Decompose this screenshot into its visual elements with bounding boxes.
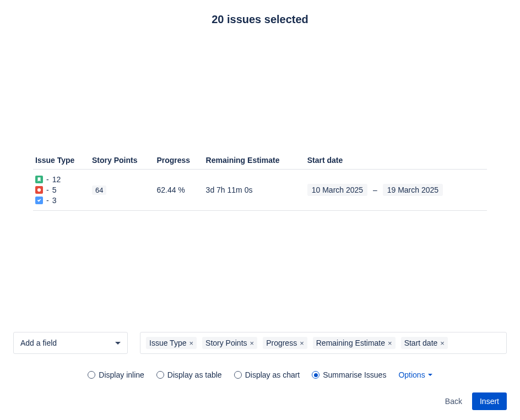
issue-type-sep: -: [46, 175, 49, 184]
chip-label: Progress: [266, 339, 297, 347]
back-button[interactable]: Back: [445, 397, 462, 406]
chip-remove-icon[interactable]: ×: [440, 340, 445, 347]
chip-remove-icon[interactable]: ×: [300, 340, 304, 347]
dialog-button-row: Back Insert: [13, 392, 507, 410]
display-mode-row: Display inline Display as table Display …: [13, 370, 507, 379]
summary-data-row: - 12 - 5: [33, 170, 487, 211]
summary-table-container: Issue Type Story Points Progress Remaini…: [33, 151, 487, 211]
issue-type-breakdown: - 12 - 5: [35, 175, 88, 205]
story-icon: [35, 176, 43, 183]
radio-icon: [88, 371, 95, 379]
radio-label: Summarise Issues: [323, 370, 386, 379]
start-date-to: 19 March 2025: [383, 184, 443, 196]
remaining-estimate-value: 3d 7h 11m 0s: [206, 186, 253, 194]
chip-issue-type: Issue Type ×: [146, 337, 197, 349]
radio-icon: [312, 371, 319, 379]
issue-type-count-story: 12: [52, 175, 61, 184]
radio-display-chart[interactable]: Display as chart: [234, 370, 300, 379]
chip-story-points: Story Points ×: [202, 337, 257, 349]
issue-type-sep: -: [46, 186, 49, 194]
issue-type-count-task: 3: [52, 196, 57, 205]
add-field-placeholder: Add a field: [20, 339, 57, 347]
col-header-start-date: Start date: [305, 151, 487, 170]
col-header-issue-type: Issue Type: [33, 151, 90, 170]
issue-type-sep: -: [46, 196, 49, 205]
task-icon: [35, 197, 43, 204]
summary-table: Issue Type Story Points Progress Remaini…: [33, 151, 487, 211]
chip-remove-icon[interactable]: ×: [388, 340, 392, 347]
page-title: 20 issues selected: [0, 13, 520, 26]
chip-remaining-estimate: Remaining Estimate ×: [313, 337, 396, 349]
issue-type-count-bug: 5: [52, 186, 57, 194]
progress-value: 62.44 %: [156, 186, 185, 194]
options-link[interactable]: Options: [398, 370, 432, 379]
chip-label: Story Points: [205, 339, 247, 347]
add-field-select[interactable]: Add a field: [13, 332, 128, 354]
summary-header-row: Issue Type Story Points Progress Remaini…: [33, 151, 487, 170]
issue-type-row-bug: - 5: [35, 186, 88, 194]
radio-label: Display inline: [99, 370, 144, 379]
col-header-progress: Progress: [154, 151, 203, 170]
start-date-from: 10 March 2025: [307, 184, 367, 196]
chip-remove-icon[interactable]: ×: [189, 340, 193, 347]
bug-icon: [35, 186, 43, 194]
issue-type-row-story: - 12: [35, 175, 88, 184]
svg-point-0: [37, 188, 41, 192]
insert-button[interactable]: Insert: [472, 392, 507, 410]
chip-progress: Progress ×: [263, 337, 307, 349]
col-header-story-points: Story Points: [90, 151, 154, 170]
issue-type-row-task: - 3: [35, 196, 88, 205]
col-header-remaining-estimate: Remaining Estimate: [204, 151, 305, 170]
radio-summarise-issues[interactable]: Summarise Issues: [312, 370, 386, 379]
radio-display-inline[interactable]: Display inline: [88, 370, 144, 379]
chip-start-date: Start date ×: [401, 337, 448, 349]
radio-icon: [156, 371, 164, 379]
chip-label: Start date: [404, 339, 438, 347]
chip-remove-icon[interactable]: ×: [250, 340, 254, 347]
story-points-value: 64: [92, 186, 106, 195]
radio-label: Display as table: [167, 370, 222, 379]
radio-label: Display as chart: [245, 370, 300, 379]
bottom-controls: Add a field Issue Type × Story Points × …: [13, 332, 507, 410]
radio-icon: [234, 371, 242, 379]
radio-display-table[interactable]: Display as table: [156, 370, 222, 379]
chevron-down-icon: [115, 342, 121, 345]
selected-fields-box[interactable]: Issue Type × Story Points × Progress × R…: [140, 332, 507, 354]
options-label: Options: [398, 370, 425, 379]
chip-label: Issue Type: [149, 339, 186, 347]
date-separator: –: [373, 186, 377, 194]
chip-label: Remaining Estimate: [316, 339, 385, 347]
field-selection-row: Add a field Issue Type × Story Points × …: [13, 332, 507, 354]
chevron-down-icon: [428, 374, 432, 376]
